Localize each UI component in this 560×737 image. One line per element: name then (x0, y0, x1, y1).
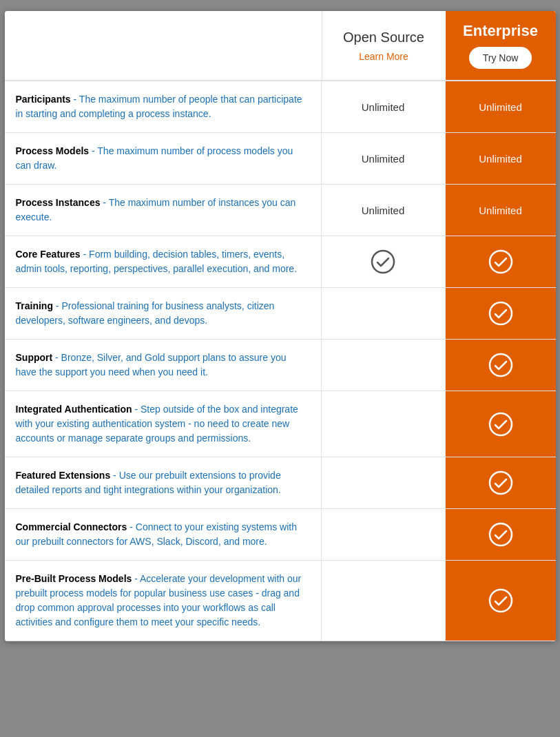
svg-point-2 (490, 302, 512, 324)
enterprise-value (446, 457, 556, 508)
check-icon (488, 522, 513, 547)
try-now-button[interactable]: Try Now (469, 47, 532, 69)
opensource-value (322, 509, 446, 560)
enterprise-title: Enterprise (463, 22, 538, 40)
feature-description: Featured Extensions - Use our prebuilt e… (5, 457, 322, 508)
check-icon (371, 249, 395, 274)
check-icon (488, 588, 513, 613)
opensource-value (322, 340, 446, 391)
feature-description: Support - Bronze, Silver, and Gold suppo… (5, 340, 322, 391)
table-row: Core Features - Form building, decision … (5, 236, 556, 288)
opensource-value (322, 457, 446, 508)
enterprise-value: Unlimited (446, 185, 556, 236)
opensource-title: Open Source (343, 30, 424, 45)
check-icon (488, 470, 513, 495)
enterprise-value: Unlimited (446, 81, 556, 132)
rows-container: Participants - The maximum number of peo… (5, 81, 556, 641)
enterprise-value (446, 391, 556, 457)
table-row: Participants - The maximum number of peo… (5, 81, 556, 133)
svg-point-4 (490, 413, 512, 435)
opensource-value (322, 561, 446, 641)
table-row: Process Models - The maximum number of p… (5, 133, 556, 185)
check-icon (488, 301, 513, 326)
svg-point-3 (490, 354, 512, 376)
header-enterprise-col: Enterprise Try Now (446, 11, 556, 80)
opensource-value (322, 391, 446, 457)
svg-point-0 (372, 251, 394, 273)
feature-description: Participants - The maximum number of peo… (5, 81, 322, 132)
feature-description: Core Features - Form building, decision … (5, 236, 322, 287)
header-feature-col (5, 11, 322, 80)
header-row: Open Source Learn More Enterprise Try No… (5, 11, 556, 81)
opensource-value: Unlimited (322, 185, 446, 236)
table-row: Commercial Connectors - Connect to your … (5, 509, 556, 561)
feature-description: Process Models - The maximum number of p… (5, 133, 322, 184)
table-row: Training - Professional training for bus… (5, 288, 556, 340)
svg-point-7 (490, 590, 512, 612)
comparison-table: Open Source Learn More Enterprise Try No… (5, 11, 556, 641)
table-row: Featured Extensions - Use our prebuilt e… (5, 457, 556, 509)
check-icon (488, 412, 513, 437)
enterprise-value (446, 340, 556, 391)
enterprise-value (446, 561, 556, 641)
enterprise-value (446, 236, 556, 287)
table-row: Support - Bronze, Silver, and Gold suppo… (5, 340, 556, 391)
header-opensource-col: Open Source Learn More (322, 11, 446, 80)
feature-description: Process Instances - The maximum number o… (5, 185, 322, 236)
learn-more-link[interactable]: Learn More (359, 51, 408, 62)
check-icon (488, 353, 513, 377)
opensource-value: Unlimited (322, 81, 446, 132)
opensource-value (322, 288, 446, 339)
enterprise-value: Unlimited (446, 133, 556, 184)
feature-description: Pre-Built Process Models - Accelerate yo… (5, 561, 322, 641)
opensource-value: Unlimited (322, 133, 446, 184)
svg-point-6 (490, 523, 512, 546)
opensource-value (322, 236, 446, 287)
feature-description: Integrated Authentication - Step outside… (5, 391, 322, 457)
enterprise-value (446, 509, 556, 560)
svg-point-1 (490, 251, 512, 273)
table-row: Integrated Authentication - Step outside… (5, 391, 556, 457)
feature-description: Commercial Connectors - Connect to your … (5, 509, 322, 560)
check-icon (488, 249, 513, 274)
svg-point-5 (490, 472, 512, 494)
table-row: Process Instances - The maximum number o… (5, 185, 556, 236)
enterprise-value (446, 288, 556, 339)
table-row: Pre-Built Process Models - Accelerate yo… (5, 561, 556, 641)
feature-description: Training - Professional training for bus… (5, 288, 322, 339)
